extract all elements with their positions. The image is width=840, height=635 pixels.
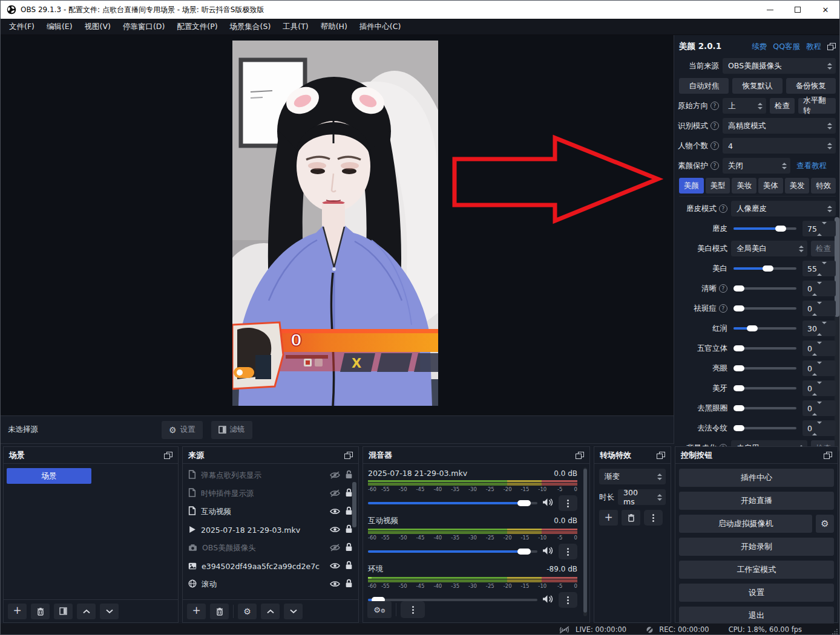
duration-spinner[interactable]: 300 ms bbox=[618, 489, 666, 505]
flip-horizontal-button[interactable]: 水平翻转 bbox=[798, 98, 836, 114]
menu-item-1[interactable]: 编辑(E) bbox=[41, 19, 79, 35]
sources-scrollbar[interactable] bbox=[352, 482, 356, 603]
slider-handle[interactable] bbox=[733, 405, 744, 411]
slider-value-亮眼[interactable]: 0 bbox=[802, 360, 836, 376]
popout-icon[interactable] bbox=[824, 452, 832, 459]
filters-button[interactable]: 滤镜 bbox=[211, 421, 252, 439]
eye-icon[interactable] bbox=[330, 561, 340, 572]
slider-handle[interactable] bbox=[733, 425, 744, 431]
start-streaming-button[interactable]: 开始直播 bbox=[679, 492, 834, 510]
slider-美牙[interactable] bbox=[733, 387, 796, 389]
help-icon[interactable]: ? bbox=[719, 304, 727, 313]
help-icon[interactable]: ? bbox=[710, 122, 719, 130]
orientation-dropdown[interactable]: 上 bbox=[723, 98, 766, 114]
move-scene-up-button[interactable] bbox=[77, 604, 96, 619]
slider-handle[interactable] bbox=[733, 285, 744, 291]
check-button[interactable]: 检查 bbox=[811, 241, 836, 256]
settings-button[interactable]: 设置 bbox=[679, 584, 834, 602]
minimize-button[interactable] bbox=[756, 1, 784, 19]
help-icon[interactable]: ? bbox=[719, 284, 727, 293]
eye-icon[interactable] bbox=[330, 524, 340, 536]
spinner-arrows-icon[interactable] bbox=[812, 284, 822, 293]
slider-清晰[interactable] bbox=[733, 287, 796, 290]
eye-hidden-icon[interactable] bbox=[330, 488, 340, 500]
source-row-2[interactable]: 互动视频 bbox=[183, 503, 358, 521]
slider-五官立体[interactable] bbox=[733, 347, 796, 350]
source-properties-button[interactable]: ⚙ bbox=[238, 604, 257, 619]
scene-item-场景[interactable]: 场景 bbox=[7, 468, 91, 484]
channel-menu-button[interactable] bbox=[559, 544, 577, 559]
properties-button[interactable]: ⚙ 设置 bbox=[162, 421, 203, 439]
menu-item-6[interactable]: 工具(T) bbox=[277, 19, 314, 35]
slider-value-美牙[interactable]: 0 bbox=[802, 380, 836, 396]
slider-value-五官立体[interactable]: 0 bbox=[802, 340, 836, 356]
tab-美发[interactable]: 美发 bbox=[785, 178, 810, 194]
maximize-button[interactable] bbox=[784, 1, 812, 19]
current-source-dropdown[interactable]: OBS美颜摄像头 bbox=[723, 58, 836, 74]
source-row-4[interactable]: OBS美颜摄像头 bbox=[183, 539, 358, 557]
tab-特效[interactable]: 特效 bbox=[811, 178, 836, 194]
close-button[interactable]: ✕ bbox=[812, 1, 839, 19]
view-tutorial-link[interactable]: 查看教程 bbox=[796, 161, 827, 171]
slider-value-祛斑痘[interactable]: 0 bbox=[802, 301, 836, 316]
slider-handle[interactable] bbox=[733, 385, 744, 391]
source-row-1[interactable]: 时钟插件显示源 bbox=[183, 484, 358, 503]
menu-item-8[interactable]: 插件中心(C) bbox=[353, 19, 407, 35]
orientation-check-button[interactable]: 检查 bbox=[770, 98, 795, 114]
slider-value-红润[interactable]: 30 bbox=[802, 321, 836, 336]
dropdown-磨皮模式[interactable]: 人像磨皮 bbox=[731, 201, 836, 217]
slider-祛斑痘[interactable] bbox=[733, 307, 796, 310]
slider-value-去法令纹[interactable]: 0 bbox=[802, 420, 836, 436]
person-count-spinner[interactable]: 4 bbox=[723, 138, 836, 154]
tab-美颜[interactable]: 美颜 bbox=[679, 178, 704, 194]
advanced-audio-button[interactable]: ⚙⚙ bbox=[367, 601, 392, 618]
overlay-close-button[interactable]: X bbox=[352, 356, 361, 371]
start-recording-button[interactable]: 开始录制 bbox=[679, 538, 834, 556]
remove-transition-button[interactable] bbox=[622, 510, 640, 526]
detect-mode-dropdown[interactable]: 高精度模式 bbox=[723, 118, 836, 134]
spinner-arrows-icon[interactable] bbox=[812, 364, 822, 373]
source-row-6[interactable]: 滚动 bbox=[183, 575, 358, 593]
menu-item-2[interactable]: 视图(V) bbox=[79, 19, 117, 35]
source-row-0[interactable]: 弹幕点歌列表显示 bbox=[183, 466, 358, 484]
slider-value-磨皮[interactable]: 75 bbox=[802, 221, 836, 236]
spinner-arrows-icon[interactable] bbox=[824, 138, 836, 154]
slider-美白[interactable] bbox=[733, 267, 796, 270]
add-scene-button[interactable]: + bbox=[8, 604, 27, 619]
channel-menu-button[interactable] bbox=[559, 495, 577, 511]
spinner-arrows-icon[interactable] bbox=[812, 304, 822, 313]
slider-value-美白[interactable]: 55 bbox=[802, 261, 836, 276]
spinner-arrows-icon[interactable] bbox=[812, 404, 822, 413]
spinner-arrows-icon[interactable] bbox=[812, 344, 822, 353]
beauty-top-button-1[interactable]: 恢复默认 bbox=[732, 78, 782, 94]
mixer-scrollbar[interactable] bbox=[583, 467, 587, 616]
spinner-arrows-icon[interactable] bbox=[812, 384, 822, 393]
beauty-link-2[interactable]: 教程 bbox=[806, 42, 821, 52]
slider-handle[interactable] bbox=[747, 325, 758, 331]
eye-icon[interactable] bbox=[330, 579, 340, 590]
spinner-arrows-icon[interactable] bbox=[654, 489, 666, 505]
move-source-up-button[interactable] bbox=[261, 604, 280, 619]
spinner-arrows-icon[interactable] bbox=[812, 424, 822, 433]
slider-handle[interactable] bbox=[733, 345, 744, 351]
menu-item-4[interactable]: 配置文件(P) bbox=[171, 19, 223, 35]
source-row-5[interactable]: e394502df49aa5fc2a99cd2e7c bbox=[183, 557, 358, 575]
exit-button[interactable]: 退出 bbox=[679, 607, 834, 625]
slider-handle[interactable] bbox=[733, 365, 744, 371]
add-source-button[interactable]: + bbox=[187, 604, 206, 619]
slider-磨皮[interactable] bbox=[733, 227, 796, 230]
studio-mode-button[interactable]: 工作室模式 bbox=[679, 561, 834, 579]
tab-美妆[interactable]: 美妆 bbox=[732, 178, 756, 194]
plugin-center-button[interactable]: 插件中心 bbox=[679, 469, 834, 487]
slider-value-清晰[interactable]: 0 bbox=[802, 281, 836, 296]
menu-item-0[interactable]: 文件(F) bbox=[3, 19, 41, 35]
slider-handle[interactable] bbox=[733, 305, 744, 311]
remove-source-button[interactable] bbox=[210, 604, 229, 619]
transition-dropdown[interactable]: 渐变 bbox=[599, 469, 666, 484]
eye-icon[interactable] bbox=[330, 506, 340, 518]
virtual-camera-config-button[interactable]: ⚙ bbox=[816, 515, 834, 533]
popout-icon[interactable] bbox=[576, 452, 584, 459]
beauty-top-button-0[interactable]: 自动对焦 bbox=[679, 78, 729, 94]
help-icon[interactable]: ? bbox=[710, 102, 719, 110]
unlock-icon[interactable] bbox=[345, 470, 353, 481]
